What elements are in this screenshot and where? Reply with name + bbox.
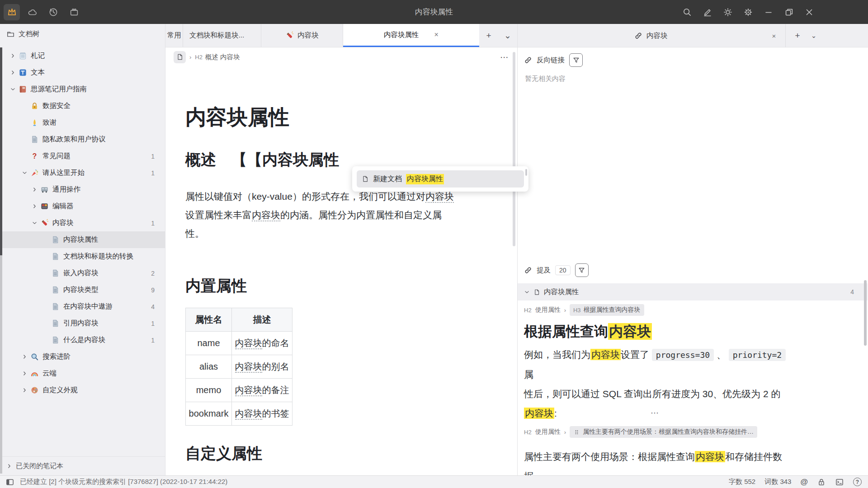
attr-desc-cell: 内容块的命名 <box>232 331 292 355</box>
minimize-button[interactable] <box>760 4 777 20</box>
sidebar-item-文本[interactable]: 文本 <box>0 64 165 81</box>
sidebar-scrollbar-thumb[interactable] <box>0 47 2 255</box>
terminal-icon[interactable] <box>835 478 844 487</box>
item-count-badge: 1 <box>151 320 155 327</box>
daily-note-button[interactable] <box>66 4 82 20</box>
text-run: 性。 <box>185 228 204 239</box>
sidebar-item-内容块[interactable]: 内容块1 <box>0 215 165 231</box>
chevron-right-icon[interactable] <box>21 353 28 361</box>
restore-button[interactable] <box>781 4 797 20</box>
panel-tab-menu-button[interactable]: ⌄ <box>806 24 821 47</box>
item-count-badge: 9 <box>151 286 155 294</box>
help-icon[interactable]: ? <box>853 478 862 486</box>
sidebar-item-请从这里开始[interactable]: 请从这里开始1 <box>0 164 165 181</box>
filter-button[interactable] <box>575 263 589 277</box>
sidebar-item-搜索进阶[interactable]: 搜索进阶 <box>0 348 165 365</box>
block-ref[interactable]: 内容块 <box>235 408 262 420</box>
mention-ellipsis: ⋯ <box>524 408 786 418</box>
chevron-down-icon[interactable] <box>21 169 28 177</box>
lock-icon[interactable] <box>817 478 826 487</box>
chevron-right-icon[interactable] <box>31 186 38 193</box>
mention-paragraph-2[interactable]: 属性主要有两个使用场景：根据属性查询内容块和存储挂件数 据 <box>524 447 786 475</box>
close-window-button[interactable] <box>801 4 817 20</box>
sidebar-item-什么是内容块[interactable]: 什么是内容块1 <box>0 332 165 348</box>
builtin-attrs-table[interactable]: 属性名 描述 name内容块的命名alias内容块的别名memo内容块的备注bo… <box>185 308 292 426</box>
mention-heading[interactable]: 根据属性查询内容块 <box>524 322 652 341</box>
chevron-down-icon <box>524 289 530 295</box>
more-options-button[interactable]: ⋯ <box>500 52 509 62</box>
panel-new-tab-button[interactable]: + <box>790 24 805 47</box>
mention-icon[interactable]: @ <box>800 478 808 487</box>
paragraph-intro[interactable]: 属性以键值对（key-value）的形式存在，我们可以通过对内容块 设置属性来丰… <box>185 187 517 243</box>
doc-icon-button[interactable] <box>174 51 186 63</box>
workspace-button[interactable] <box>4 4 20 20</box>
history-button[interactable] <box>45 4 61 20</box>
heading-custom-attrs[interactable]: 自定义属性 <box>185 444 517 463</box>
tab-backlink-content-block[interactable]: 内容块 <box>634 24 668 47</box>
sidebar-item-自定义外观[interactable]: 自定义外观 <box>0 382 165 399</box>
table-body: name内容块的命名alias内容块的别名memo内容块的备注bookmark内… <box>186 331 292 425</box>
document-editor[interactable]: 内容块属性 概述 【【内容块属性 属性以键值对（key-value）的形式存在，… <box>165 66 517 475</box>
sidebar-item-致谢[interactable]: 致谢 <box>0 114 165 131</box>
block-ref[interactable]: 内容块 <box>235 338 262 349</box>
chevron-right-icon[interactable] <box>21 370 28 377</box>
sidebar-item-label: 内容块属性 <box>63 235 99 244</box>
sidebar-item-云端[interactable]: 云端 <box>0 365 165 382</box>
dock-toggle-icon[interactable] <box>5 478 14 487</box>
sidebar-item-札记[interactable]: 札记 <box>0 47 165 64</box>
block-ref[interactable]: 内容块 <box>425 191 454 203</box>
sync-button[interactable] <box>24 4 41 20</box>
sidebar-item-通用操作[interactable]: 通用操作 <box>0 181 165 198</box>
chevron-right-icon[interactable] <box>21 386 28 394</box>
mention-doc-row[interactable]: 内容块属性 4 <box>518 283 868 300</box>
new-tab-button[interactable]: + <box>479 24 498 47</box>
tab-pinned[interactable]: 常用 <box>165 24 183 47</box>
breadcrumb-text[interactable]: 概述 内容块 <box>205 53 240 61</box>
close-panel-tab-button[interactable]: × <box>767 24 781 47</box>
sidebar-item-嵌入内容块[interactable]: 嵌入内容块2 <box>0 265 165 282</box>
sidebar-item-在内容块中遨游[interactable]: 在内容块中遨游4 <box>0 298 165 315</box>
mention-breadcrumb-2[interactable]: H2 使用属性 › 属性主要有两个使用场景：根据属性查询内容块和存储挂件… <box>524 426 757 438</box>
block-ref[interactable]: 内容块 <box>235 385 262 396</box>
column-header: 描述 <box>232 308 292 331</box>
editor-scrollbar-thumb[interactable] <box>513 52 515 246</box>
chevron-down-icon[interactable] <box>31 219 38 227</box>
panel-scrollbar-thumb[interactable] <box>864 280 867 346</box>
tab-block-attrs-active[interactable]: 内容块属性 × <box>343 24 479 47</box>
tab-content-block[interactable]: 内容块 <box>261 24 343 47</box>
heading-level-tag: H3 <box>573 307 581 314</box>
settings-button[interactable] <box>740 4 756 20</box>
tab-doc-conversion[interactable]: 文档块和标题块... <box>183 24 261 47</box>
sidebar-scrollbar-track[interactable] <box>0 255 2 474</box>
popup-scrollbar-thumb[interactable] <box>525 169 527 176</box>
closed-notebooks-section[interactable]: 已关闭的笔记本 <box>0 456 165 475</box>
sidebar-item-内容块属性[interactable]: 内容块属性 <box>0 231 165 248</box>
edit-mode-button[interactable] <box>699 4 716 20</box>
sidebar-item-引用内容块[interactable]: 引用内容块1 <box>0 315 165 332</box>
block-ref[interactable]: 内容块 <box>235 361 262 373</box>
sidebar-item-文档块和标题块的转换[interactable]: 文档块和标题块的转换 <box>0 248 165 265</box>
block-ref[interactable]: 内容块 <box>252 210 280 221</box>
sidebar-item-隐私政策和用户协议[interactable]: 隐私政策和用户协议 <box>0 131 165 148</box>
sidebar-item-常见问题[interactable]: ?常见问题1 <box>0 148 165 164</box>
chevron-right-icon[interactable] <box>9 52 17 60</box>
chevron-right-icon[interactable] <box>31 202 38 210</box>
tab-close-icon[interactable]: × <box>434 31 439 39</box>
sidebar-item-label: 请从这里开始 <box>42 168 85 178</box>
doc-title[interactable]: 内容块属性 <box>185 105 517 129</box>
chevron-down-icon[interactable] <box>9 85 17 93</box>
filter-button[interactable] <box>569 53 583 67</box>
tab-menu-button[interactable]: ⌄ <box>498 24 517 47</box>
sidebar-item-内容块类型[interactable]: 内容块类型9 <box>0 282 165 298</box>
theme-button[interactable] <box>720 4 736 20</box>
sidebar-item-思源笔记用户指南[interactable]: 思源笔记用户指南 <box>0 81 165 98</box>
search-icon <box>682 7 692 17</box>
sidebar-item-数据安全[interactable]: 数据安全 <box>0 98 165 114</box>
global-search-button[interactable] <box>679 4 695 20</box>
sidebar-item-编辑器[interactable]: 编辑器 <box>0 198 165 215</box>
mention-breadcrumb-1[interactable]: H2 使用属性 › H3 根据属性查询内容块 <box>524 304 644 316</box>
new-doc-hint-item[interactable]: 新建文档 内容块属性 <box>357 170 524 188</box>
breadcrumb: › H2 概述 内容块 ⋯ <box>165 47 517 66</box>
heading-builtin-attrs[interactable]: 内置属性 <box>185 276 517 296</box>
chevron-right-icon[interactable] <box>9 69 17 76</box>
